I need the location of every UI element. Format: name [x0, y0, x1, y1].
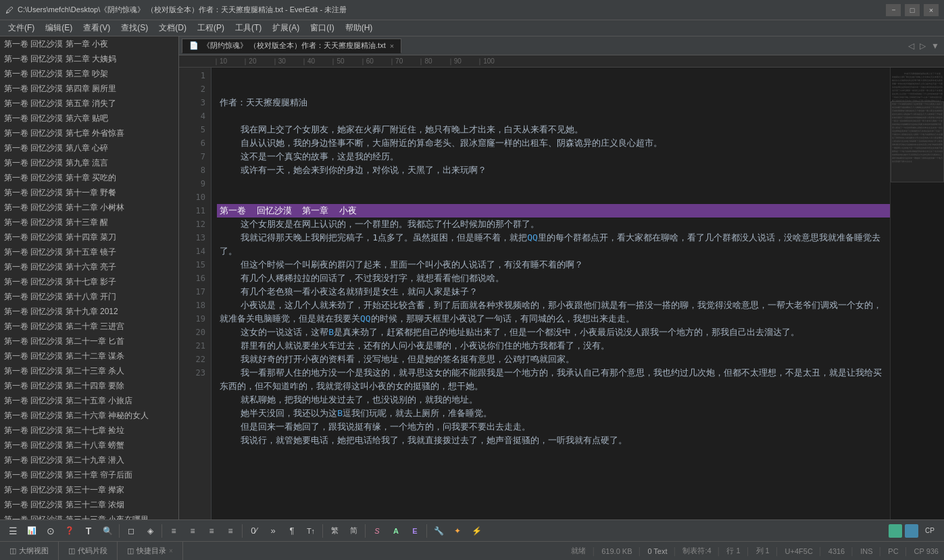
align-left-btn[interactable]: ◻ — [122, 523, 140, 539]
sidebar-item-6[interactable]: 第一卷 回忆沙漠 第七章 外省惊喜 — [0, 126, 178, 141]
para-btn[interactable]: ¶ — [283, 523, 301, 539]
sidebar-item-5[interactable]: 第一卷 回忆沙漠 第六章 贴吧 — [0, 111, 178, 126]
indent-btn[interactable]: ≡ — [165, 523, 182, 539]
line-num-16: 16 — [179, 272, 205, 285]
star-btn[interactable]: ✦ — [449, 523, 466, 539]
menu-item-F[interactable]: 文件(F) — [3, 21, 40, 35]
close-button[interactable]: × — [924, 4, 939, 16]
sidebar-item-12[interactable]: 第一卷 回忆沙漠 第十三章 醒 — [0, 215, 178, 230]
menu-item-P[interactable]: 工程(P) — [192, 21, 230, 35]
menu-item-I[interactable]: 窗口(I) — [305, 21, 339, 35]
align-justify-btn[interactable]: ≡ — [222, 523, 239, 539]
sidebar-item-9[interactable]: 第一卷 回忆沙漠 第十章 买吃的 — [0, 170, 178, 185]
bottom-tab-code[interactable]: ◫ 代码片段 — [59, 542, 118, 560]
sidebar-item-7[interactable]: 第一卷 回忆沙漠 第八章 心碎 — [0, 141, 178, 155]
dir-close[interactable]: × — [169, 547, 173, 555]
sidebar-item-27[interactable]: 第一卷 回忆沙漠 第二十八章 螃蟹 — [0, 438, 178, 453]
question-toolbar-btn[interactable]: ❓ — [61, 523, 78, 539]
sidebar-item-22[interactable]: 第一卷 回忆沙漠 第二十三章 杀人 — [0, 363, 178, 378]
simp-btn[interactable]: 简 — [345, 523, 362, 539]
menu-item-V[interactable]: 查看(V) — [78, 21, 116, 35]
bottom-tab-outline[interactable]: ◫ 大纲视图 — [0, 542, 59, 560]
code-content[interactable]: 作者：天天擦瘦腿精油 我在网上交了个女朋友，她家在火葬厂附近住，她只有晚上才出来… — [212, 68, 890, 519]
chart-toolbar-btn[interactable]: 📊 — [23, 523, 41, 539]
sidebar-item-19[interactable]: 第一卷 回忆沙漠 第二十章 三进宫 — [0, 319, 178, 334]
blue-sq-btn[interactable] — [905, 524, 918, 538]
tab-nav-right-btn[interactable]: ▷ — [918, 41, 928, 51]
sidebar-item-1[interactable]: 第一卷 回忆沙漠 第二章 大姨妈 — [0, 51, 178, 66]
lightning-btn[interactable]: ⚡ — [468, 523, 485, 539]
a-btn[interactable]: A — [387, 523, 405, 539]
search-toolbar-btn[interactable]: 🔍 — [99, 523, 116, 539]
minimize-button[interactable]: － — [886, 4, 901, 16]
cp-btn[interactable]: CP — [920, 523, 940, 539]
dblquote-btn[interactable]: » — [264, 523, 282, 539]
sidebar-item-30[interactable]: 第一卷 回忆沙漠 第三十一章 撵家 — [0, 482, 178, 497]
minimap: 作者天天擦瘦腿精油我在网上交了个女朋友她家在火葬厂附近住她只有晚上才出来白天从来… — [890, 68, 944, 519]
sep-b2: │ — [638, 547, 643, 555]
line-num-7: 7 — [179, 150, 205, 163]
line-num-11: 11 — [179, 204, 205, 218]
sidebar-item-29[interactable]: 第一卷 回忆沙漠 第三十章 帘子后面 — [0, 467, 178, 482]
tab-nav-left[interactable]: ◁ — [906, 41, 916, 51]
sidebar-item-11[interactable]: 第一卷 回忆沙漠 第十二章 小树林 — [0, 200, 178, 215]
sidebar-item-2[interactable]: 第一卷 回忆沙漠 第三章 吵架 — [0, 66, 178, 81]
sidebar-item-16[interactable]: 第一卷 回忆沙漠 第十七章 影子 — [0, 274, 178, 289]
wrench-btn[interactable]: 🔧 — [430, 523, 447, 539]
sidebar-item-18[interactable]: 第一卷 回忆沙漠 第十九章 2012 — [0, 304, 178, 319]
sidebar-item-23[interactable]: 第一卷 回忆沙漠 第二十四章 要除 — [0, 378, 178, 393]
active-tab[interactable]: 📄 《阴约惊魂》 （校对版全本）作者：天天擦瘦腿精油.txt × — [182, 39, 401, 53]
sidebar-item-8[interactable]: 第一卷 回忆沙漠 第九章 流言 — [0, 155, 178, 170]
sidebar-item-20[interactable]: 第一卷 回忆沙漠 第二十一章 匕首 — [0, 334, 178, 349]
tab-menu[interactable]: ▼ — [929, 41, 941, 51]
sidebar-item-17[interactable]: 第一卷 回忆沙漠 第十八章 开门 — [0, 289, 178, 304]
bottom-tab-dir[interactable]: ◫ 快捷目录 × — [118, 542, 183, 560]
outdent-btn[interactable]: ≡ — [184, 523, 201, 539]
e-btn[interactable]: E — [406, 523, 424, 539]
sep5 — [365, 524, 366, 538]
code-line-21: 她半天没回，我还以为这B逗我们玩呢，就去上厕所，准备睡觉。 — [217, 407, 890, 420]
T-toolbar-btn[interactable]: T — [80, 523, 97, 539]
menu-item-S[interactable]: 查找(S) — [116, 21, 153, 35]
sidebar-item-10[interactable]: 第一卷 回忆沙漠 第十一章 野餐 — [0, 185, 178, 200]
sidebar[interactable]: 第一卷 回忆沙漠 第一章 小夜第一卷 回忆沙漠 第二章 大姨妈第一卷 回忆沙漠 … — [0, 36, 179, 519]
align-center-btn[interactable]: ≡ — [203, 523, 220, 539]
sidebar-item-21[interactable]: 第一卷 回忆沙漠 第二十二章 谋杀 — [0, 349, 178, 363]
code-line-2 — [217, 109, 890, 123]
sidebar-item-0[interactable]: 第一卷 回忆沙漠 第一章 小夜 — [0, 36, 178, 51]
sep1 — [119, 524, 120, 538]
menu-item-H[interactable]: 帮助(H) — [340, 21, 378, 35]
sidebar-item-3[interactable]: 第一卷 回忆沙漠 第四章 厕所里 — [0, 81, 178, 96]
sidebar-item-31[interactable]: 第一卷 回忆沙漠 第三十二章 浓烟 — [0, 497, 178, 512]
green-sq-btn[interactable] — [889, 524, 902, 538]
sidebar-item-13[interactable]: 第一卷 回忆沙漠 第十四章 菜刀 — [0, 230, 178, 245]
menu-item-E[interactable]: 编辑(E) — [40, 21, 78, 35]
sidebar-item-4[interactable]: 第一卷 回忆沙漠 第五章 消失了 — [0, 96, 178, 111]
menu-item-D[interactable]: 文档(D) — [153, 21, 192, 35]
b-text-16: B — [328, 327, 334, 337]
trad-btn[interactable]: 繁 — [326, 523, 343, 539]
sidebar-item-26[interactable]: 第一卷 回忆沙漠 第二十七章 捡垃 — [0, 423, 178, 438]
title-icon: 🖊 — [5, 5, 14, 15]
sidebar-item-32[interactable]: 第一卷 回忆沙漠 第三十三章 小夜在哪里 — [0, 512, 178, 519]
line-num-15: 15 — [179, 258, 205, 272]
textsize-btn[interactable]: T↑ — [302, 523, 320, 539]
menu-item-A[interactable]: 扩展(A) — [267, 21, 305, 35]
s-btn[interactable]: S — [368, 523, 386, 539]
menu-item-T[interactable]: 工具(T) — [230, 21, 267, 35]
code-line-6: 或许有一天，她会来到你的身边，对你说，天黑了，出来玩啊？ — [217, 163, 890, 177]
sidebar-item-28[interactable]: 第一卷 回忆沙漠 第二十九章 潜入 — [0, 453, 178, 467]
circle-toolbar-btn[interactable]: ⊙ — [42, 523, 59, 539]
line-num-21: 21 — [179, 339, 205, 353]
code-line-22: 但是回来一看她回了，跟我说挺有缘，一个地方的，问我要不要出去走走。 — [217, 420, 890, 434]
sidebar-item-14[interactable]: 第一卷 回忆沙漠 第十五章 镜子 — [0, 245, 178, 259]
sidebar-item-25[interactable]: 第一卷 回忆沙漠 第二十六章 神秘的女人 — [0, 408, 178, 423]
list-toolbar-btn[interactable]: ☰ — [4, 523, 22, 539]
tab-close[interactable]: × — [390, 42, 394, 50]
sidebar-item-15[interactable]: 第一卷 回忆沙漠 第十六章 亮子 — [0, 259, 178, 274]
align-right-btn[interactable]: ◈ — [141, 523, 159, 539]
code-container: 1234567891011121314151617181920212223 作者… — [179, 68, 944, 519]
sidebar-item-24[interactable]: 第一卷 回忆沙漠 第二十五章 小旅店 — [0, 393, 178, 408]
quote-btn[interactable]: 0⁄ — [245, 523, 263, 539]
maximize-button[interactable]: □ — [905, 4, 920, 16]
